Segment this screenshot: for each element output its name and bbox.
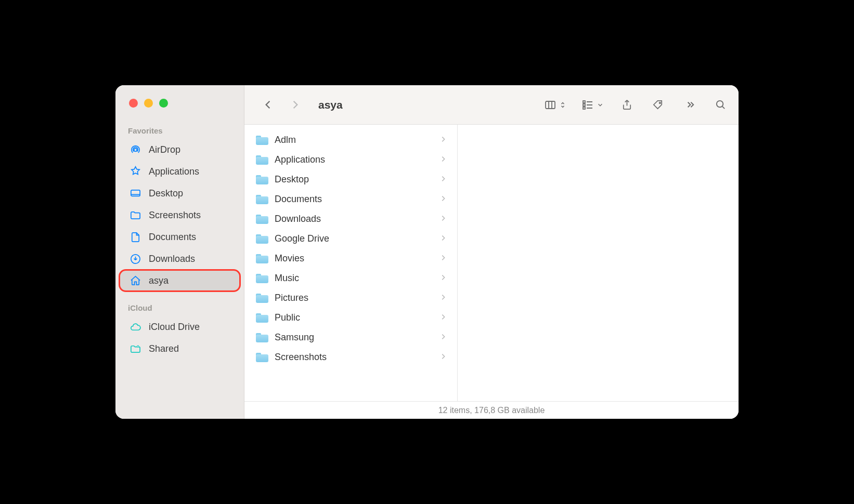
svg-rect-7 (583, 107, 585, 109)
svg-rect-4 (546, 101, 555, 109)
home-icon (129, 274, 141, 287)
folder-icon (256, 293, 268, 303)
svg-rect-1 (131, 190, 139, 196)
chevron-right-icon (441, 273, 446, 284)
svg-point-0 (134, 148, 137, 151)
file-item[interactable]: Adlm (244, 130, 457, 150)
chevron-right-icon (441, 135, 446, 145)
file-item-label: Documents (275, 194, 322, 205)
toolbar: asya (244, 85, 739, 125)
file-item-label: Screenshots (275, 352, 327, 363)
chevron-right-icon (441, 214, 446, 224)
chevron-right-icon (441, 312, 446, 323)
folder-icon (256, 233, 268, 244)
file-item[interactable]: Music (244, 268, 457, 288)
search-button[interactable] (713, 96, 728, 114)
chevron-right-icon (441, 352, 446, 363)
desktop-icon (129, 187, 141, 200)
sidebar-header-icloud: iCloud (115, 299, 244, 315)
share-button[interactable] (619, 96, 635, 114)
apps-icon (129, 165, 141, 178)
cloud-icon (129, 321, 141, 333)
group-by-button[interactable] (581, 99, 603, 111)
sidebar-item-documents[interactable]: Documents (120, 227, 240, 247)
sidebar-item-label: Applications (149, 166, 199, 177)
folder-icon (256, 214, 268, 224)
folder-icon (256, 135, 268, 145)
sidebar-item-label: AirDrop (149, 144, 180, 155)
file-item[interactable]: Pictures (244, 288, 457, 308)
column-view: AdlmApplicationsDesktopDocumentsDownload… (244, 125, 739, 401)
sidebar-item-screenshots[interactable]: Screenshots (120, 205, 240, 226)
file-item[interactable]: Google Drive (244, 229, 457, 248)
sidebar: Favorites AirDrop Applications Desktop (115, 85, 244, 419)
folder-icon (256, 352, 268, 362)
document-icon (129, 231, 141, 243)
sidebar-item-desktop[interactable]: Desktop (120, 183, 240, 204)
file-item-label: Downloads (275, 214, 321, 224)
close-button[interactable] (129, 99, 138, 108)
sidebar-item-label: iCloud Drive (149, 322, 200, 333)
file-item[interactable]: Samsung (244, 327, 457, 347)
main-area: asya (244, 85, 739, 419)
folder-icon (256, 154, 268, 165)
file-item[interactable]: Downloads (244, 209, 457, 229)
chevron-right-icon (441, 154, 446, 165)
file-item[interactable]: Screenshots (244, 347, 457, 367)
file-item-label: Samsung (275, 332, 314, 343)
sidebar-item-label: Desktop (149, 188, 183, 199)
file-item-label: Pictures (275, 293, 308, 303)
toolbar-right (544, 96, 728, 114)
file-item-label: Music (275, 273, 299, 284)
status-text: 12 items, 176,8 GB available (438, 406, 545, 415)
view-mode-columns-button[interactable] (544, 99, 566, 111)
airdrop-icon (129, 143, 141, 156)
svg-rect-5 (583, 101, 585, 103)
chevron-right-icon (441, 332, 446, 343)
folder-icon (256, 194, 268, 204)
sidebar-item-label: Downloads (149, 254, 195, 264)
sidebar-item-label: Screenshots (149, 210, 201, 221)
sidebar-item-airdrop[interactable]: AirDrop (120, 139, 240, 160)
sidebar-item-label: Shared (149, 343, 179, 354)
folder-icon (256, 273, 268, 283)
chevron-right-icon (441, 174, 446, 185)
traffic-lights (115, 99, 244, 122)
chevron-right-icon (441, 253, 446, 264)
folder-icon (256, 332, 268, 342)
downloads-icon (129, 253, 141, 265)
sidebar-section-icloud: iCloud iCloud Drive Shared (115, 299, 244, 360)
minimize-button[interactable] (144, 99, 153, 108)
file-item[interactable]: Desktop (244, 169, 457, 189)
column-1[interactable] (458, 125, 739, 401)
tags-button[interactable] (650, 96, 666, 114)
sidebar-item-downloads[interactable]: Downloads (120, 248, 240, 269)
file-item[interactable]: Applications (244, 150, 457, 169)
folder-icon (129, 209, 141, 221)
chevron-right-icon (441, 293, 446, 303)
column-0[interactable]: AdlmApplicationsDesktopDocumentsDownload… (244, 125, 458, 401)
sidebar-item-icloud-drive[interactable]: iCloud Drive (120, 316, 240, 337)
file-item[interactable]: Public (244, 308, 457, 327)
back-button[interactable] (260, 96, 276, 114)
sidebar-header-favorites: Favorites (115, 122, 244, 138)
window-title: asya (318, 99, 343, 111)
sidebar-item-asya[interactable]: asya (120, 270, 240, 291)
forward-button[interactable] (287, 96, 303, 114)
chevron-right-icon (441, 194, 446, 205)
sidebar-item-applications[interactable]: Applications (120, 161, 240, 182)
status-bar: 12 items, 176,8 GB available (244, 401, 739, 419)
file-item-label: Adlm (275, 135, 296, 145)
sidebar-item-label: Documents (149, 232, 196, 243)
file-item[interactable]: Documents (244, 189, 457, 209)
sidebar-item-shared[interactable]: Shared (120, 338, 240, 359)
chevron-right-icon (441, 233, 446, 244)
file-item-label: Applications (275, 154, 325, 165)
shared-folder-icon (129, 342, 141, 355)
file-item-label: Desktop (275, 174, 309, 185)
fullscreen-button[interactable] (159, 99, 168, 108)
more-button[interactable] (681, 96, 697, 114)
finder-window: Favorites AirDrop Applications Desktop (115, 85, 739, 419)
folder-icon (256, 312, 268, 323)
file-item[interactable]: Movies (244, 248, 457, 268)
